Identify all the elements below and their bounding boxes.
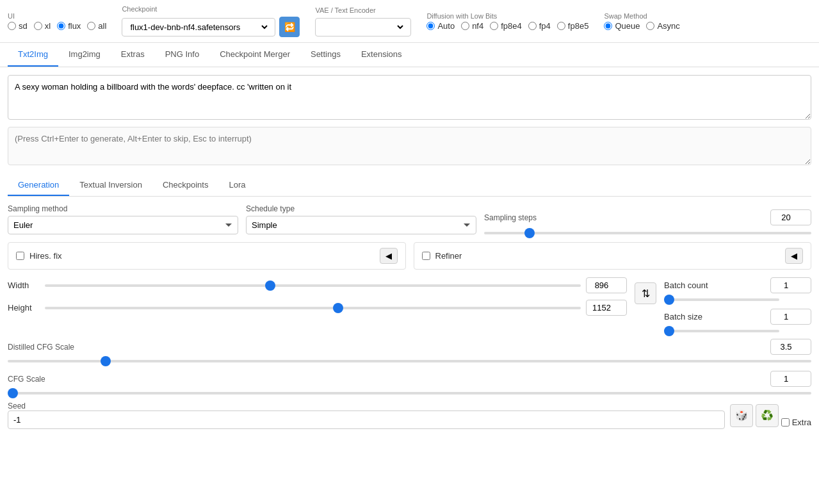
ui-radio-group: sd xl flux all <box>8 21 106 31</box>
sub-tab-textual-inversion[interactable]: Textual Inversion <box>69 175 152 196</box>
checkpoint-select[interactable]: flux1-dev-bnb-nf4.safetensors <box>127 22 270 33</box>
schedule-type-group: Schedule type Simple <box>246 204 476 234</box>
swap-queue-input[interactable] <box>604 22 612 30</box>
distilled-cfg-slider[interactable] <box>8 360 811 362</box>
ui-radio-xl-input[interactable] <box>34 22 42 30</box>
sampling-method-select[interactable]: Euler <box>8 216 238 234</box>
ui-radio-flux-input[interactable] <box>57 22 65 30</box>
cfg-scale-input[interactable] <box>770 371 811 387</box>
ui-radio-sd-input[interactable] <box>8 22 16 30</box>
sampling-method-group: Sampling method Euler <box>8 204 238 234</box>
sampling-row: Sampling method Euler Schedule type Simp… <box>8 204 811 234</box>
batch-count-slider[interactable] <box>664 298 779 301</box>
swap-method-label: Swap Method <box>604 12 679 20</box>
extra-label: Extra <box>792 418 811 427</box>
dims-batch-row: Width Height ⇅ Batch count <box>8 277 811 332</box>
batch-size-label: Batch size <box>664 312 765 321</box>
diffusion-nf4-input[interactable] <box>461 22 469 30</box>
swap-async-input[interactable] <box>646 22 654 30</box>
tab-checkpoint-merger[interactable]: Checkpoint Merger <box>209 43 300 67</box>
seed-label: Seed <box>8 402 725 411</box>
seed-recycle-btn[interactable]: ♻️ <box>756 404 779 427</box>
ui-radio-all[interactable]: all <box>87 21 106 31</box>
checkpoint-dropdown[interactable]: flux1-dev-bnb-nf4.safetensors <box>122 18 275 37</box>
width-input[interactable] <box>586 277 627 293</box>
hires-collapse-btn[interactable]: ◀ <box>380 248 398 264</box>
sampling-steps-group: Sampling steps <box>484 209 811 234</box>
diffusion-radio-nf4[interactable]: nf4 <box>461 21 483 31</box>
extra-checkbox-label[interactable]: Extra <box>781 418 811 427</box>
negative-prompt-input[interactable] <box>8 127 811 165</box>
extra-checkbox[interactable] <box>781 418 790 427</box>
swap-method-section: Swap Method Queue Async <box>604 12 679 31</box>
width-row: Width <box>8 277 627 293</box>
schedule-type-select[interactable]: Simple <box>246 216 476 234</box>
main-tabs: Txt2Img Img2img Extras PNG Info Checkpoi… <box>0 43 819 67</box>
height-slider[interactable] <box>45 307 581 309</box>
diffusion-radio-fp4[interactable]: fp4 <box>528 21 551 31</box>
diffusion-fp8e5-input[interactable] <box>557 22 565 30</box>
main-content: Generation Textual Inversion Checkpoints… <box>0 67 819 444</box>
tab-settings[interactable]: Settings <box>300 43 351 67</box>
tab-png-info[interactable]: PNG Info <box>155 43 209 67</box>
seed-dice-btn[interactable]: 🎲 <box>730 404 753 427</box>
diffusion-radio-fp8e4[interactable]: fp8e4 <box>490 21 522 31</box>
sub-tab-lora[interactable]: Lora <box>218 175 255 196</box>
sampling-steps-slider[interactable] <box>484 232 811 234</box>
prompt-input[interactable] <box>8 75 811 120</box>
cfg-scale-label: CFG Scale <box>8 375 45 384</box>
negative-prompt-section <box>8 127 811 167</box>
width-slider[interactable] <box>45 284 581 287</box>
generation-panel: Sampling method Euler Schedule type Simp… <box>8 197 811 437</box>
sampling-method-label: Sampling method <box>8 204 238 213</box>
cfg-scale-header: CFG Scale <box>8 371 811 387</box>
ui-radio-xl[interactable]: xl <box>34 21 51 31</box>
swap-dims-container: ⇅ <box>635 277 656 304</box>
refiner-collapse-btn[interactable]: ◀ <box>785 248 803 264</box>
diffusion-radio-auto[interactable]: Auto <box>426 21 455 31</box>
vae-label: VAE / Text Encoder <box>315 6 411 14</box>
distilled-cfg-section: Distilled CFG Scale <box>8 339 811 364</box>
cfg-scale-slider[interactable] <box>8 392 811 394</box>
top-bar: UI sd xl flux all Checkpoint flux1-dev-b… <box>0 0 819 43</box>
ui-radio-all-input[interactable] <box>87 22 95 30</box>
refiner-label[interactable]: Refiner <box>435 251 462 261</box>
ui-radio-flux[interactable]: flux <box>57 21 81 31</box>
distilled-cfg-label: Distilled CFG Scale <box>8 343 74 352</box>
tab-txt2img[interactable]: Txt2Img <box>8 43 58 67</box>
sampling-steps-input[interactable] <box>770 209 811 225</box>
batch-count-label: Batch count <box>664 280 765 290</box>
tab-extras[interactable]: Extras <box>111 43 155 67</box>
diffusion-auto-input[interactable] <box>426 22 435 30</box>
swap-method-async[interactable]: Async <box>646 21 679 31</box>
height-input[interactable] <box>586 300 627 316</box>
sub-tab-generation[interactable]: Generation <box>8 175 69 196</box>
refiner-checkbox[interactable] <box>422 252 430 260</box>
swap-method-queue[interactable]: Queue <box>604 21 640 31</box>
batch-size-row: Batch size <box>664 309 811 325</box>
height-label: Height <box>8 303 40 313</box>
vae-dropdown[interactable] <box>315 18 411 37</box>
tab-extensions[interactable]: Extensions <box>351 43 412 67</box>
checkpoint-refresh-btn[interactable]: 🔁 <box>279 17 300 37</box>
diffusion-fp8e4-input[interactable] <box>490 22 498 30</box>
seed-row: Seed 🎲 ♻️ Extra <box>8 402 811 429</box>
batch-size-slider[interactable] <box>664 330 779 332</box>
distilled-cfg-input[interactable] <box>770 339 811 355</box>
hires-fix-checkbox[interactable] <box>16 252 24 260</box>
steps-header: Sampling steps <box>484 209 811 225</box>
checkpoint-section: Checkpoint flux1-dev-bnb-nf4.safetensors… <box>122 5 300 37</box>
batch-size-input[interactable] <box>770 309 811 325</box>
sub-tab-checkpoints[interactable]: Checkpoints <box>152 175 219 196</box>
hires-fix-label[interactable]: Hires. fix <box>29 251 62 261</box>
tab-img2img[interactable]: Img2img <box>58 43 111 67</box>
swap-dims-btn[interactable]: ⇅ <box>635 282 656 304</box>
ui-radio-sd[interactable]: sd <box>8 21 28 31</box>
seed-input[interactable] <box>8 411 725 429</box>
vae-select[interactable] <box>321 22 405 33</box>
diffusion-fp4-input[interactable] <box>528 22 537 30</box>
height-row: Height <box>8 300 627 316</box>
diffusion-radio-fp8e5[interactable]: fp8e5 <box>557 21 589 31</box>
batch-count-input[interactable] <box>770 277 811 293</box>
checkpoint-label: Checkpoint <box>122 5 300 13</box>
